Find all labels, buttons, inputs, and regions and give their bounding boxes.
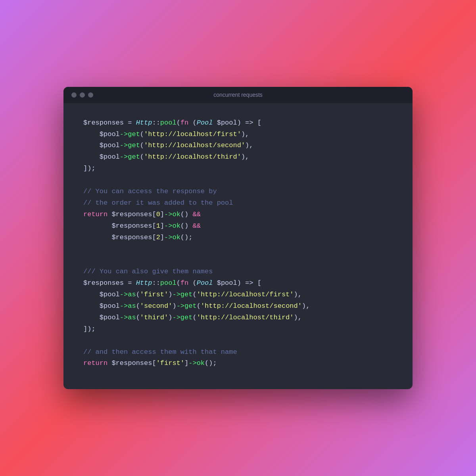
blank-line xyxy=(83,244,393,255)
blank-line xyxy=(83,175,393,186)
code-window: concurrent requests $responses = Http::p… xyxy=(63,87,413,390)
code-comment: // and then access them with that name xyxy=(83,347,393,358)
code-line: ]); xyxy=(83,324,393,335)
code-line: $pool->get('http://localhost/second'), xyxy=(83,140,393,152)
code-line: ]); xyxy=(83,163,393,175)
code-line: return $responses['first']->ok(); xyxy=(83,358,393,369)
code-body: $responses = Http::pool(fn (Pool $pool) … xyxy=(63,103,413,390)
minimize-dot xyxy=(80,92,85,98)
code-line: $pool->as('first')->get('http://localhos… xyxy=(83,289,393,301)
code-line: $pool->get('http://localhost/first'), xyxy=(83,129,393,140)
close-dot xyxy=(71,92,77,98)
code-line: $responses = Http::pool(fn (Pool $pool) … xyxy=(83,117,393,129)
blank-line xyxy=(83,335,393,347)
code-comment: // the order it was added to the pool xyxy=(83,198,393,209)
code-comment: /// You can also give them names xyxy=(83,266,393,278)
code-line: $responses[2]->ok(); xyxy=(83,232,393,244)
code-comment: // You can access the response by xyxy=(83,186,393,198)
traffic-lights xyxy=(71,92,93,98)
code-line: $pool->get('http://localhost/third'), xyxy=(83,152,393,163)
code-line: $pool->as('second')->get('http://localho… xyxy=(83,301,393,312)
titlebar: concurrent requests xyxy=(63,87,413,103)
code-line: $pool->as('third')->get('http://localhos… xyxy=(83,312,393,324)
code-line: $responses = Http::pool(fn (Pool $pool) … xyxy=(83,278,393,289)
code-line: $responses[1]->ok() && xyxy=(83,221,393,232)
blank-line xyxy=(83,255,393,266)
code-line: return $responses[0]->ok() && xyxy=(83,209,393,221)
window-title: concurrent requests xyxy=(213,92,263,98)
maximize-dot xyxy=(88,92,93,98)
